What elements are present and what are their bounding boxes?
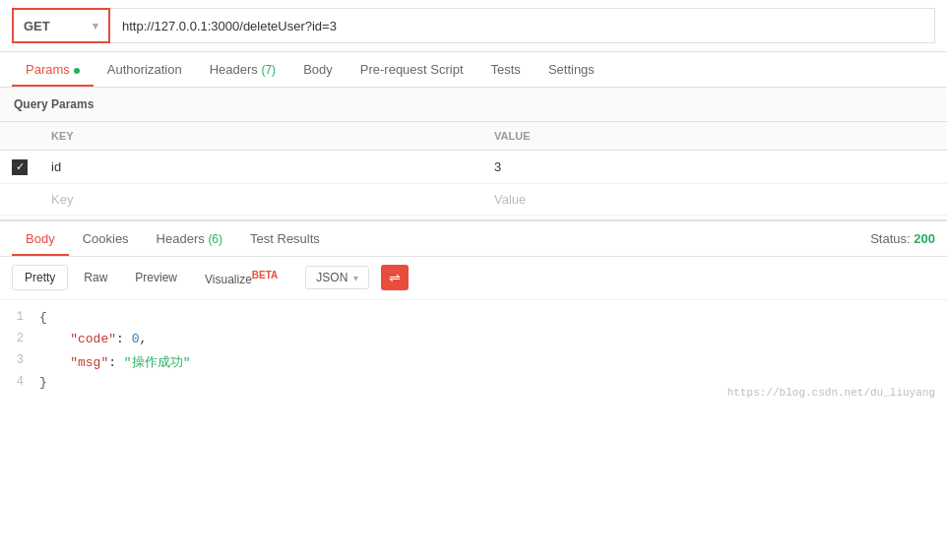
format-chevron-icon: ▾ bbox=[353, 273, 358, 283]
tab-settings[interactable]: Settings bbox=[535, 52, 608, 87]
method-dropdown[interactable]: GET ▾ bbox=[12, 8, 110, 43]
col-checkbox bbox=[0, 122, 39, 151]
chevron-down-icon: ▾ bbox=[93, 20, 98, 32]
wrap-button[interactable]: ⇌ bbox=[381, 265, 409, 290]
code-line-3: 3 "msg": "操作成功" bbox=[0, 351, 947, 373]
code-area: 1 { 2 "code": 0, 3 "msg": "操作成功" 4 } htt… bbox=[0, 300, 947, 403]
table-row: ✓ id 3 bbox=[0, 151, 947, 184]
method-label: GET bbox=[24, 19, 50, 33]
view-raw-button[interactable]: Raw bbox=[72, 266, 119, 289]
response-tab-test-results[interactable]: Test Results bbox=[236, 221, 334, 256]
response-area: Body Cookies Headers (6) Test Results St… bbox=[0, 219, 947, 403]
tab-headers[interactable]: Headers (7) bbox=[196, 52, 289, 87]
view-visualize-button[interactable]: VisualizeBETA bbox=[193, 265, 289, 291]
row-checkbox-cell[interactable]: ✓ bbox=[0, 151, 39, 184]
tab-tests[interactable]: Tests bbox=[477, 52, 535, 87]
placeholder-value-cell[interactable]: Value bbox=[482, 183, 947, 215]
status-code: 200 bbox=[914, 231, 935, 246]
code-line-2: 2 "code": 0, bbox=[0, 330, 947, 351]
view-pretty-button[interactable]: Pretty bbox=[12, 265, 68, 290]
response-tab-cookies[interactable]: Cookies bbox=[69, 221, 143, 256]
placeholder-checkbox-cell bbox=[0, 183, 39, 215]
query-params-title: Query Params bbox=[0, 88, 947, 122]
request-tabs: Params Authorization Headers (7) Body Pr… bbox=[0, 52, 947, 88]
format-select[interactable]: JSON ▾ bbox=[305, 266, 369, 289]
col-value: VALUE bbox=[482, 122, 947, 151]
col-key: KEY bbox=[39, 122, 482, 151]
response-tab-headers[interactable]: Headers (6) bbox=[143, 221, 236, 256]
tab-prerequest[interactable]: Pre-request Script bbox=[347, 52, 477, 87]
params-table: KEY VALUE ✓ id 3 Key bbox=[0, 122, 947, 216]
code-line-1: 1 { bbox=[0, 308, 947, 330]
url-input[interactable] bbox=[110, 8, 935, 43]
url-bar: GET ▾ bbox=[0, 0, 947, 52]
placeholder-key-cell[interactable]: Key bbox=[39, 183, 482, 215]
row-key-cell: id bbox=[39, 151, 482, 184]
view-preview-button[interactable]: Preview bbox=[123, 266, 189, 289]
response-status: Status: 200 bbox=[870, 231, 935, 246]
row-value-cell: 3 bbox=[482, 151, 947, 184]
tab-body[interactable]: Body bbox=[289, 52, 347, 87]
response-body-toolbar: Pretty Raw Preview VisualizeBETA JSON ▾ … bbox=[0, 257, 947, 300]
tab-params[interactable]: Params bbox=[12, 52, 94, 87]
table-row-placeholder: Key Value bbox=[0, 183, 947, 215]
params-dot bbox=[74, 68, 80, 74]
checkbox-checked[interactable]: ✓ bbox=[12, 159, 28, 175]
tab-authorization[interactable]: Authorization bbox=[94, 52, 196, 87]
response-tabs: Body Cookies Headers (6) Test Results St… bbox=[0, 221, 947, 257]
watermark: https://blog.csdn.net/du_liuyang bbox=[727, 387, 935, 399]
response-tab-body[interactable]: Body bbox=[12, 221, 69, 256]
